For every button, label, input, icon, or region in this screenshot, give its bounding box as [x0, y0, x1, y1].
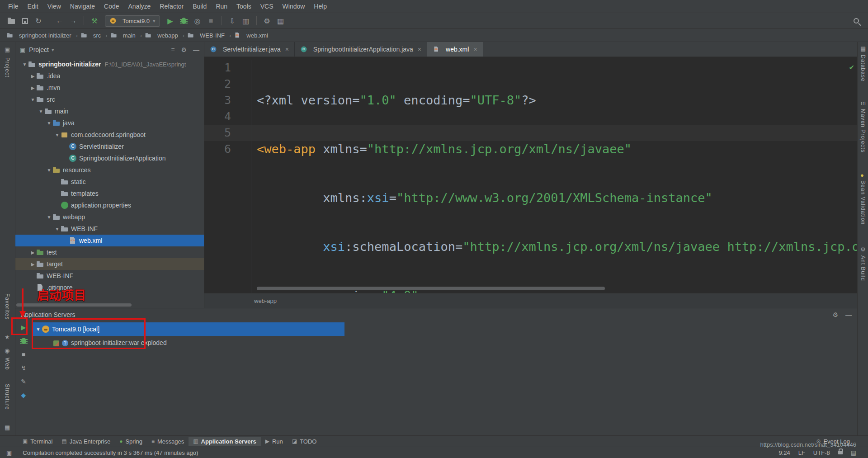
- settings-icon[interactable]: [261, 15, 273, 27]
- menu-view[interactable]: View: [43, 0, 66, 12]
- build-icon[interactable]: [89, 15, 100, 27]
- menu-edit[interactable]: Edit: [23, 0, 43, 12]
- sync-icon[interactable]: [33, 15, 44, 27]
- tab-springbootapplication[interactable]: SpringbootInitializerApplication.java: [295, 42, 427, 57]
- tree-item-package[interactable]: com.codecoord.springboot: [15, 129, 204, 141]
- chevron-right-icon[interactable]: [29, 74, 37, 79]
- tree-item-mvn[interactable]: .mvn: [15, 82, 204, 94]
- connect-icon[interactable]: [19, 363, 28, 373]
- chevron-right-icon[interactable]: [29, 262, 37, 267]
- tool-tab-maven-projects[interactable]: Maven Projects: [860, 109, 866, 153]
- tree-item-static[interactable]: static: [15, 176, 204, 188]
- tab-servletinitializer[interactable]: ServletInitializer.java: [204, 42, 295, 57]
- filter-icon[interactable]: [171, 46, 175, 53]
- chevron-down-icon[interactable]: [21, 62, 28, 67]
- tree-item-webinf-root[interactable]: WEB-INF: [15, 270, 204, 282]
- inspections-ok-icon[interactable]: [849, 59, 854, 75]
- breadcrumb-item-webapp[interactable]: webapp: [145, 32, 178, 39]
- tool-tab-structure[interactable]: Structure: [4, 384, 10, 410]
- editor-breadcrumb[interactable]: web-app: [204, 293, 857, 308]
- menu-build[interactable]: Build: [188, 0, 211, 12]
- save-all-icon[interactable]: [19, 15, 31, 27]
- tree-item-target[interactable]: target: [15, 258, 204, 270]
- structure-grid-icon[interactable]: [5, 425, 10, 430]
- tree-item-src[interactable]: src: [15, 94, 204, 105]
- line-ending-indicator[interactable]: LF: [798, 449, 805, 456]
- deploy-icon[interactable]: [19, 390, 28, 400]
- update-application-icon[interactable]: [226, 15, 238, 27]
- stop-button[interactable]: [205, 15, 217, 27]
- menu-help[interactable]: Help: [309, 0, 331, 12]
- toolwindow-todo[interactable]: TODO: [288, 437, 321, 446]
- bean-validation-icon[interactable]: [860, 172, 864, 178]
- close-icon[interactable]: [285, 46, 289, 53]
- tree-item-resources[interactable]: resources: [15, 164, 204, 176]
- tree-item-test[interactable]: test: [15, 246, 204, 258]
- encoding-indicator[interactable]: UTF-8: [813, 449, 830, 456]
- breadcrumb-item-main[interactable]: main: [110, 32, 136, 39]
- stop-server-button[interactable]: [19, 349, 28, 359]
- web-globe-icon[interactable]: [5, 348, 9, 354]
- ant-icon[interactable]: [860, 246, 866, 252]
- toolwindow-toggle-icon[interactable]: [6, 450, 12, 456]
- back-icon[interactable]: [54, 15, 66, 27]
- project-hscrollbar[interactable]: [16, 303, 132, 307]
- search-icon[interactable]: [854, 18, 859, 24]
- favorites-star-icon[interactable]: [5, 334, 10, 340]
- breadcrumb-item-src[interactable]: src: [80, 32, 101, 39]
- tree-item-main[interactable]: main: [15, 105, 204, 117]
- chevron-right-icon[interactable]: [29, 85, 37, 90]
- breadcrumb-item-webxml[interactable]: web.xml: [234, 32, 268, 39]
- tool-tab-project[interactable]: Project: [4, 57, 10, 77]
- chevron-down-icon[interactable]: [29, 97, 37, 102]
- open-icon[interactable]: [5, 15, 17, 27]
- tree-item-servletinitializer[interactable]: ServletInitializer: [15, 141, 204, 152]
- run-config-select[interactable]: Tomcat9.0: [105, 15, 160, 27]
- toolwindow-spring[interactable]: Spring: [115, 437, 147, 446]
- chevron-right-icon[interactable]: [29, 250, 37, 255]
- breadcrumb-item-webinf[interactable]: WEB-INF: [187, 32, 225, 39]
- tool-tab-web[interactable]: Web: [4, 358, 10, 370]
- database-icon[interactable]: [860, 46, 866, 52]
- project-tool-icon[interactable]: [5, 47, 10, 52]
- editor-hscrollbar[interactable]: [257, 287, 605, 290]
- server-artifact-row[interactable]: springboot-initializer:war exploded: [32, 336, 857, 349]
- code-editor[interactable]: 1 2 3 4 5 6 <?xml version="1.0" encoding…: [204, 57, 857, 293]
- breadcrumb-item-project[interactable]: springboot-initializer: [6, 32, 71, 39]
- tree-item-application-properties[interactable]: application.properties: [15, 199, 204, 211]
- maven-icon[interactable]: [861, 100, 866, 106]
- menu-code[interactable]: Code: [99, 0, 123, 12]
- project-panel-title[interactable]: Project: [29, 46, 49, 53]
- toolwindow-terminal[interactable]: Terminal: [18, 437, 57, 446]
- chevron-down-icon[interactable]: [53, 132, 61, 137]
- close-icon[interactable]: [418, 46, 421, 53]
- chevron-down-icon[interactable]: [52, 47, 54, 53]
- toolwindow-run[interactable]: Run: [261, 437, 288, 446]
- chevron-down-icon[interactable]: [45, 168, 53, 173]
- tree-item-java[interactable]: java: [15, 117, 204, 129]
- edit-configuration-icon[interactable]: [19, 377, 28, 387]
- tool-tab-favorites[interactable]: Favorites: [4, 293, 10, 320]
- tree-item-idea[interactable]: .idea: [15, 70, 204, 82]
- menu-tools[interactable]: Tools: [232, 0, 256, 12]
- hide-panel-icon[interactable]: [845, 311, 852, 318]
- toolwindow-application-servers[interactable]: Application Servers: [189, 437, 260, 446]
- toolwindow-java-enterprise[interactable]: Java Enterprise: [57, 437, 115, 446]
- chevron-down-icon[interactable]: [37, 109, 45, 114]
- toolwindow-messages[interactable]: Messages: [147, 437, 189, 446]
- tab-webxml-active[interactable]: web.xml: [427, 42, 483, 57]
- tree-item-root[interactable]: springboot-initializerF:\01_IDEA\01_Java…: [15, 58, 204, 70]
- chevron-down-icon[interactable]: [45, 121, 53, 126]
- indicator-icon[interactable]: [851, 450, 856, 456]
- menu-window[interactable]: Window: [278, 0, 310, 12]
- chevron-down-icon[interactable]: [45, 215, 53, 220]
- caret-position[interactable]: 9:24: [778, 449, 790, 456]
- server-deploy-icon[interactable]: [240, 15, 252, 27]
- tree-item-springbootapplication[interactable]: SpringbootInitializerApplication: [15, 152, 204, 164]
- tool-tab-ant-build[interactable]: Ant Build: [860, 255, 866, 281]
- debug-server-button[interactable]: [19, 336, 28, 346]
- tree-item-templates[interactable]: templates: [15, 188, 204, 199]
- tree-item-webapp[interactable]: webapp: [15, 211, 204, 223]
- debug-button[interactable]: [178, 15, 190, 27]
- run-button[interactable]: [165, 15, 176, 27]
